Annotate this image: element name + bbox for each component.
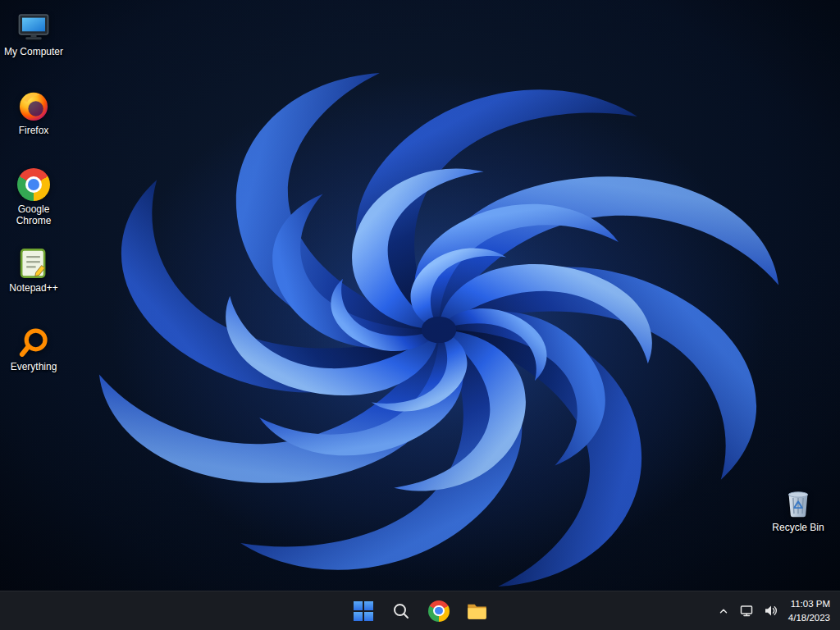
desktop-icon-label: My Computer xyxy=(4,47,63,58)
chrome-icon xyxy=(16,167,51,202)
notepad-plus-plus-icon xyxy=(16,246,51,281)
start-button[interactable] xyxy=(347,595,380,628)
chevron-up-icon xyxy=(718,605,729,617)
desktop-icon-label: Google Chrome xyxy=(2,204,65,227)
desktop-icon-list: My Computer xyxy=(2,7,66,400)
desktop-icon-google-chrome[interactable]: Google Chrome xyxy=(2,164,66,243)
my-computer-icon xyxy=(16,10,51,44)
clock-date: 4/18/2023 xyxy=(788,611,830,624)
desktop-icon-recycle-bin[interactable]: Recycle Bin xyxy=(766,482,830,561)
firefox-icon xyxy=(16,89,51,123)
tray-chevron-button[interactable] xyxy=(713,595,734,628)
desktop-icon-label: Notepad++ xyxy=(9,283,57,294)
wallpaper-image xyxy=(0,0,840,630)
taskbar-clock[interactable]: 11:03 PM 4/18/2023 xyxy=(783,596,837,625)
everything-icon xyxy=(16,325,51,359)
desktop-icon-label: Recycle Bin xyxy=(772,523,824,534)
taskbar: 11:03 PM 4/18/2023 xyxy=(0,591,840,630)
chrome-icon xyxy=(428,600,450,622)
taskbar-file-explorer-button[interactable] xyxy=(460,595,493,628)
desktop-icon-notepad-plus-plus[interactable]: Notepad++ xyxy=(2,243,66,322)
desktop-icon-firefox[interactable]: Firefox xyxy=(2,85,66,164)
system-tray: 11:03 PM 4/18/2023 xyxy=(713,591,837,630)
search-icon xyxy=(392,602,410,620)
network-icon xyxy=(740,604,754,618)
windows-logo-icon xyxy=(353,600,374,622)
desktop-icon-my-computer[interactable]: My Computer xyxy=(2,7,66,85)
desktop-icon-label: Firefox xyxy=(19,126,49,137)
taskbar-center-icons xyxy=(347,591,493,630)
desktop[interactable]: My Computer xyxy=(0,0,840,630)
recycle-bin-icon xyxy=(781,486,815,520)
desktop-icon-label: Everything xyxy=(11,362,57,373)
tray-network-button[interactable] xyxy=(736,595,758,628)
speaker-icon xyxy=(764,604,778,618)
search-button[interactable] xyxy=(385,595,418,628)
clock-time: 11:03 PM xyxy=(791,597,830,610)
file-explorer-icon xyxy=(466,600,488,622)
tray-volume-button[interactable] xyxy=(760,595,782,628)
desktop-icon-everything[interactable]: Everything xyxy=(2,322,66,400)
taskbar-chrome-button[interactable] xyxy=(422,595,455,628)
